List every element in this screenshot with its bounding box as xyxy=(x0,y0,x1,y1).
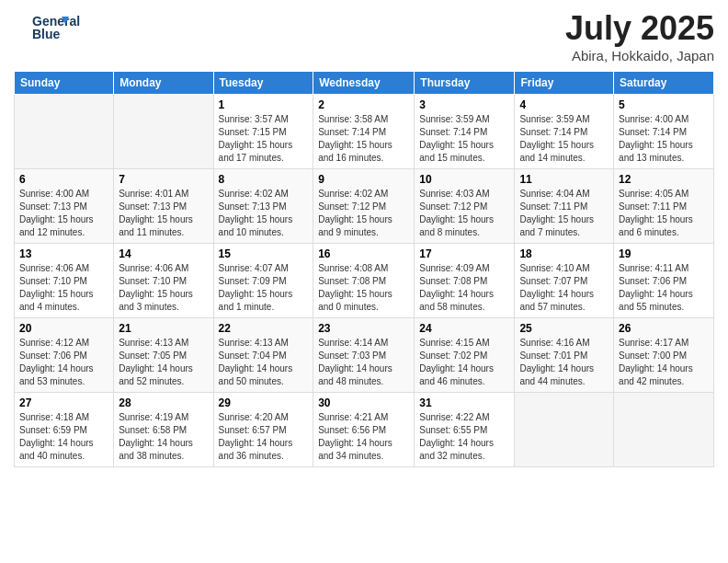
day-info: Sunrise: 3:58 AMSunset: 7:14 PMDaylight:… xyxy=(318,113,409,165)
week-row-4: 20Sunrise: 4:12 AMSunset: 7:06 PMDayligh… xyxy=(15,318,714,393)
day-info: Sunrise: 4:19 AMSunset: 6:58 PMDaylight:… xyxy=(119,411,208,463)
calendar-cell: 7Sunrise: 4:01 AMSunset: 7:13 PMDaylight… xyxy=(114,169,213,244)
day-info: Sunrise: 4:14 AMSunset: 7:03 PMDaylight:… xyxy=(318,337,409,388)
day-number: 12 xyxy=(619,173,709,186)
header-day-saturday: Saturday xyxy=(614,72,714,95)
calendar-cell: 15Sunrise: 4:07 AMSunset: 7:09 PMDayligh… xyxy=(213,244,313,318)
day-number: 3 xyxy=(419,98,509,111)
day-info: Sunrise: 4:08 AMSunset: 7:08 PMDaylight:… xyxy=(318,262,409,314)
day-number: 2 xyxy=(318,98,409,111)
calendar-cell: 28Sunrise: 4:19 AMSunset: 6:58 PMDayligh… xyxy=(114,393,213,467)
calendar-cell: 9Sunrise: 4:02 AMSunset: 7:12 PMDaylight… xyxy=(313,169,415,244)
header-row: SundayMondayTuesdayWednesdayThursdayFrid… xyxy=(15,72,714,95)
calendar-cell: 22Sunrise: 4:13 AMSunset: 7:04 PMDayligh… xyxy=(213,318,313,393)
calendar-cell: 2Sunrise: 3:58 AMSunset: 7:14 PMDaylight… xyxy=(313,95,415,169)
calendar-cell: 31Sunrise: 4:22 AMSunset: 6:55 PMDayligh… xyxy=(415,393,515,467)
day-number: 22 xyxy=(219,322,309,335)
day-info: Sunrise: 4:04 AMSunset: 7:11 PMDaylight:… xyxy=(519,188,609,239)
day-number: 11 xyxy=(519,173,609,186)
header-day-wednesday: Wednesday xyxy=(313,72,415,95)
page-header: General Blue July 2025 Abira, Hokkaido, … xyxy=(14,9,714,63)
day-info: Sunrise: 4:18 AMSunset: 6:59 PMDaylight:… xyxy=(19,411,108,463)
calendar-cell: 21Sunrise: 4:13 AMSunset: 7:05 PMDayligh… xyxy=(114,318,213,393)
day-info: Sunrise: 4:06 AMSunset: 7:10 PMDaylight:… xyxy=(19,262,108,314)
week-row-1: 1Sunrise: 3:57 AMSunset: 7:15 PMDaylight… xyxy=(15,95,714,169)
day-info: Sunrise: 4:15 AMSunset: 7:02 PMDaylight:… xyxy=(419,337,509,388)
day-number: 8 xyxy=(219,173,309,186)
month-title: July 2025 xyxy=(565,9,714,48)
week-row-5: 27Sunrise: 4:18 AMSunset: 6:59 PMDayligh… xyxy=(15,393,714,467)
header-day-monday: Monday xyxy=(114,72,213,95)
day-number: 5 xyxy=(619,98,709,111)
calendar-cell: 4Sunrise: 3:59 AMSunset: 7:14 PMDaylight… xyxy=(515,95,614,169)
day-number: 26 xyxy=(619,322,709,335)
day-info: Sunrise: 4:00 AMSunset: 7:14 PMDaylight:… xyxy=(619,113,709,165)
day-number: 19 xyxy=(619,247,709,260)
calendar-cell: 16Sunrise: 4:08 AMSunset: 7:08 PMDayligh… xyxy=(313,244,415,318)
day-info: Sunrise: 4:12 AMSunset: 7:06 PMDaylight:… xyxy=(19,337,108,388)
day-number: 31 xyxy=(419,396,509,409)
header-day-tuesday: Tuesday xyxy=(213,72,313,95)
day-info: Sunrise: 4:17 AMSunset: 7:00 PMDaylight:… xyxy=(619,337,709,388)
day-info: Sunrise: 4:02 AMSunset: 7:12 PMDaylight:… xyxy=(318,188,409,239)
calendar-cell: 20Sunrise: 4:12 AMSunset: 7:06 PMDayligh… xyxy=(15,318,114,393)
day-number: 18 xyxy=(519,247,609,260)
header-day-friday: Friday xyxy=(515,72,614,95)
calendar-cell: 30Sunrise: 4:21 AMSunset: 6:56 PMDayligh… xyxy=(313,393,415,467)
day-info: Sunrise: 4:00 AMSunset: 7:13 PMDaylight:… xyxy=(19,188,108,239)
day-info: Sunrise: 4:10 AMSunset: 7:07 PMDaylight:… xyxy=(519,262,609,314)
calendar-cell xyxy=(515,393,614,467)
day-info: Sunrise: 4:20 AMSunset: 6:57 PMDaylight:… xyxy=(219,411,309,463)
day-number: 16 xyxy=(318,247,409,260)
day-number: 7 xyxy=(119,173,208,186)
calendar-cell: 10Sunrise: 4:03 AMSunset: 7:12 PMDayligh… xyxy=(415,169,515,244)
week-row-3: 13Sunrise: 4:06 AMSunset: 7:10 PMDayligh… xyxy=(15,244,714,318)
calendar-cell xyxy=(114,95,213,169)
calendar-cell: 27Sunrise: 4:18 AMSunset: 6:59 PMDayligh… xyxy=(15,393,114,467)
day-number: 23 xyxy=(318,322,409,335)
day-number: 9 xyxy=(318,173,409,186)
location: Abira, Hokkaido, Japan xyxy=(565,48,714,63)
calendar-table: SundayMondayTuesdayWednesdayThursdayFrid… xyxy=(14,71,714,467)
day-info: Sunrise: 4:22 AMSunset: 6:55 PMDaylight:… xyxy=(419,411,509,463)
day-info: Sunrise: 4:01 AMSunset: 7:13 PMDaylight:… xyxy=(119,188,208,239)
logo: General Blue xyxy=(14,9,87,46)
day-info: Sunrise: 3:59 AMSunset: 7:14 PMDaylight:… xyxy=(519,113,609,165)
calendar-cell: 29Sunrise: 4:20 AMSunset: 6:57 PMDayligh… xyxy=(213,393,313,467)
header-day-sunday: Sunday xyxy=(15,72,114,95)
day-number: 10 xyxy=(419,173,509,186)
day-number: 25 xyxy=(519,322,609,335)
day-info: Sunrise: 4:13 AMSunset: 7:05 PMDaylight:… xyxy=(119,337,208,388)
title-block: July 2025 Abira, Hokkaido, Japan xyxy=(565,9,714,63)
day-info: Sunrise: 4:02 AMSunset: 7:13 PMDaylight:… xyxy=(219,188,309,239)
day-number: 4 xyxy=(519,98,609,111)
day-number: 15 xyxy=(219,247,309,260)
calendar-cell: 23Sunrise: 4:14 AMSunset: 7:03 PMDayligh… xyxy=(313,318,415,393)
day-info: Sunrise: 3:59 AMSunset: 7:14 PMDaylight:… xyxy=(419,113,509,165)
calendar-cell: 5Sunrise: 4:00 AMSunset: 7:14 PMDaylight… xyxy=(614,95,714,169)
calendar-cell xyxy=(614,393,714,467)
svg-text:Blue: Blue xyxy=(32,27,61,41)
week-row-2: 6Sunrise: 4:00 AMSunset: 7:13 PMDaylight… xyxy=(15,169,714,244)
calendar-cell: 1Sunrise: 3:57 AMSunset: 7:15 PMDaylight… xyxy=(213,95,313,169)
day-info: Sunrise: 3:57 AMSunset: 7:15 PMDaylight:… xyxy=(219,113,309,165)
calendar-cell: 18Sunrise: 4:10 AMSunset: 7:07 PMDayligh… xyxy=(515,244,614,318)
calendar-cell: 13Sunrise: 4:06 AMSunset: 7:10 PMDayligh… xyxy=(15,244,114,318)
calendar-cell: 25Sunrise: 4:16 AMSunset: 7:01 PMDayligh… xyxy=(515,318,614,393)
calendar-cell: 26Sunrise: 4:17 AMSunset: 7:00 PMDayligh… xyxy=(614,318,714,393)
calendar-cell: 6Sunrise: 4:00 AMSunset: 7:13 PMDaylight… xyxy=(15,169,114,244)
calendar-cell: 3Sunrise: 3:59 AMSunset: 7:14 PMDaylight… xyxy=(415,95,515,169)
day-number: 17 xyxy=(419,247,509,260)
calendar-cell: 24Sunrise: 4:15 AMSunset: 7:02 PMDayligh… xyxy=(415,318,515,393)
calendar-cell: 19Sunrise: 4:11 AMSunset: 7:06 PMDayligh… xyxy=(614,244,714,318)
calendar-cell: 11Sunrise: 4:04 AMSunset: 7:11 PMDayligh… xyxy=(515,169,614,244)
logo-icon: General Blue xyxy=(14,9,87,46)
calendar-cell: 12Sunrise: 4:05 AMSunset: 7:11 PMDayligh… xyxy=(614,169,714,244)
calendar-cell: 14Sunrise: 4:06 AMSunset: 7:10 PMDayligh… xyxy=(114,244,213,318)
day-info: Sunrise: 4:16 AMSunset: 7:01 PMDaylight:… xyxy=(519,337,609,388)
day-number: 27 xyxy=(19,396,108,409)
calendar-cell xyxy=(15,95,114,169)
day-info: Sunrise: 4:13 AMSunset: 7:04 PMDaylight:… xyxy=(219,337,309,388)
day-info: Sunrise: 4:21 AMSunset: 6:56 PMDaylight:… xyxy=(318,411,409,463)
day-info: Sunrise: 4:07 AMSunset: 7:09 PMDaylight:… xyxy=(219,262,309,314)
